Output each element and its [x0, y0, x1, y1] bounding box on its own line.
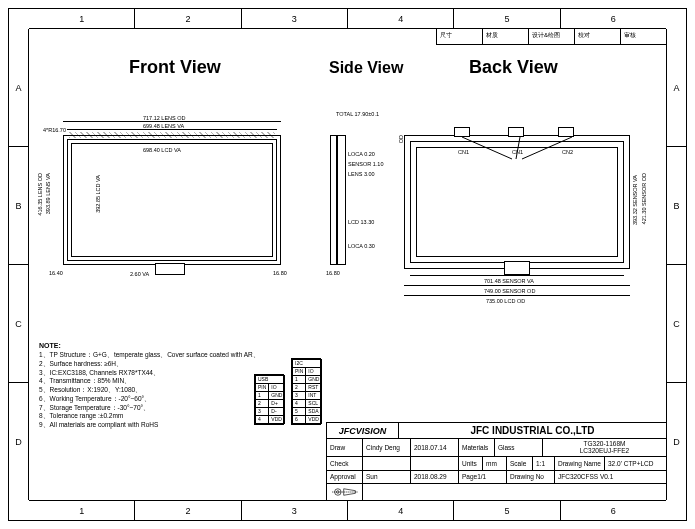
back-view-title: Back View [469, 57, 558, 78]
logo-text: JFCVISION [327, 423, 399, 438]
zone-col: 5 [454, 9, 560, 28]
note-5: 5、Resolution：X:1920、Y:1080、 [39, 386, 260, 395]
note-1: 1、TP Structure：G+G、temperate glass、Cover… [39, 351, 260, 360]
materials-value: Glass [495, 439, 543, 456]
dim-side-off: 16.80 [326, 270, 340, 276]
scale-label: Scale [507, 457, 533, 470]
approval-label: Approval [327, 471, 363, 484]
note-7: 7、Storage Temperature：-30°~70°、 [39, 404, 260, 413]
page-value: Page1/1 [459, 471, 507, 484]
note-3: 3、IC:EXC3188, Channels RX78*TX44、 [39, 369, 260, 378]
zone-col: 1 [29, 501, 135, 520]
rev-c1: 尺寸 [437, 29, 483, 44]
note-9: 9、All materials are compliant with RoHS [39, 421, 260, 430]
dim-corner: 4*R16.70 [43, 127, 66, 133]
dim-sensor-va-v: 393.32 SENSOR VA [632, 175, 638, 225]
dim-loca1: LOCA 0.20 [348, 151, 375, 157]
dim-off-l: 16.40 [49, 270, 63, 276]
check-label: Check [327, 457, 363, 470]
drawing-no-label: Drawing No [507, 471, 555, 484]
zone-col: 6 [561, 501, 666, 520]
notes-block: NOTE: 1、TP Structure：G+G、temperate glass… [39, 341, 260, 430]
dim-small-va: 2.60 VA [130, 271, 149, 277]
rev-c5: 审核 [621, 29, 666, 44]
pinout-i2c: I2CPINIO1GND2RST3INT4SCL5SDA6VDD [291, 358, 321, 425]
note-2: 2、Surface hardness: ≥6H、 [39, 360, 260, 369]
dim-lens-va-v: 393.89 LENS VA [45, 173, 51, 214]
zone-col: 3 [242, 501, 348, 520]
zone-row: D [9, 383, 28, 500]
approval-name: Sun [363, 471, 411, 484]
dim-lens-va: 699.48 LENS VA [143, 123, 184, 129]
drawing-name-value: 32.0' CTP+LCD [605, 457, 666, 470]
side-view-title: Side View [329, 59, 403, 77]
zone-col: 1 [29, 9, 135, 28]
dim-lcd-va-v: 392.85 LCD VA [95, 175, 101, 213]
front-view-title: Front View [129, 57, 221, 78]
zone-row: A [667, 29, 686, 147]
flex-leads [452, 137, 582, 161]
zone-row: C [667, 265, 686, 383]
zone-row: C [9, 265, 28, 383]
dim-sensor-va: 701.48 SENSOR VA [484, 278, 534, 284]
dim-sensor-od-v: 421.30 SENSOR OD [641, 173, 647, 224]
dim-sensor: SENSOR 1.10 [348, 161, 383, 167]
dim-od-v: OD [398, 135, 404, 143]
zone-col: 4 [348, 9, 454, 28]
dim-lcd-od: 735.00 LCD OD [486, 298, 525, 304]
rev-c3: 设计&绘图 [529, 29, 575, 44]
units-value: mm [483, 457, 507, 470]
zone-rows-right: ABCD [666, 29, 686, 500]
dim-sensor-od: 749.00 SENSOR OD [484, 288, 535, 294]
projection-symbol-icon [327, 484, 363, 500]
side-view: TOTAL 17.90±0.1 LOCA 0.20 SENSOR 1.10 LE… [324, 115, 382, 295]
scale-value: 1:1 [533, 457, 555, 470]
note-6: 6、Working Temperature：-20°~60°、 [39, 395, 260, 404]
zone-col: 2 [135, 501, 241, 520]
company-name: JFC INDUSTRIAL CO.,LTD [399, 423, 666, 438]
dim-off-r: 16.80 [273, 270, 287, 276]
note-4: 4、Transmittance：85% MIN、 [39, 377, 260, 386]
title-block-spare [363, 484, 666, 500]
zone-row: D [667, 383, 686, 500]
drawing-no-value: JFC320CFSS V0.1 [555, 471, 666, 484]
materials-label: Materials [459, 439, 495, 456]
zone-col: 5 [454, 501, 560, 520]
zone-col: 6 [561, 9, 666, 28]
dim-lens: LENS 3.00 [348, 171, 375, 177]
model-2: LC320EUJ-FFE2 [580, 448, 630, 455]
zone-row: A [9, 29, 28, 147]
zone-columns-bottom: 123456 [29, 500, 666, 520]
dim-total: TOTAL 17.90±0.1 [336, 111, 379, 117]
zone-col: 2 [135, 9, 241, 28]
front-view: 717.12 LENS OD 699.48 LENS VA 698.40 LCD… [55, 115, 287, 295]
check-date [411, 457, 459, 470]
draw-label: Draw [327, 439, 363, 456]
draw-name: Cindy Deng [363, 439, 411, 456]
check-name [363, 457, 411, 470]
zone-row: B [9, 147, 28, 265]
zone-columns-top: 123456 [29, 9, 666, 29]
dim-lcd-va: 698.40 LCD VA [143, 147, 181, 153]
note-8: 8、Tolerance range :±0.2mm [39, 412, 260, 421]
zone-col: 4 [348, 501, 454, 520]
drawing-name-label: Drawing Name [555, 457, 605, 470]
dim-loca2: LOCA 0.30 [348, 243, 375, 249]
zone-rows-left: ABCD [9, 29, 29, 500]
rev-c2: 材质 [483, 29, 529, 44]
zone-col: 3 [242, 9, 348, 28]
zone-row: B [667, 147, 686, 265]
pinout-usb: USBPINIO1GND2D+3D-4VDD [254, 374, 284, 425]
dim-lens-od: 717.12 LENS OD [143, 115, 186, 121]
rev-c4: 校对 [575, 29, 621, 44]
draw-date: 2018.07.14 [411, 439, 459, 456]
back-view: CN1 CN1 CN2 393.32 SENSOR VA 421.30 SENS… [404, 115, 650, 295]
notes-heading: NOTE: [39, 341, 260, 350]
drawing-sheet: 123456 123456 ABCD ABCD 尺寸 材质 设计&绘图 校对 审… [8, 8, 687, 521]
approval-date: 2018.08.29 [411, 471, 459, 484]
title-block: JFCVISION JFC INDUSTRIAL CO.,LTD Draw Ci… [326, 422, 666, 500]
units-label: Units [459, 457, 483, 470]
dim-lcd: LCD 13.30 [348, 219, 374, 225]
dim-lens-od-v: 416.35 LENS OD [37, 173, 43, 216]
revision-block: 尺寸 材质 设计&绘图 校对 审核 [436, 29, 666, 45]
